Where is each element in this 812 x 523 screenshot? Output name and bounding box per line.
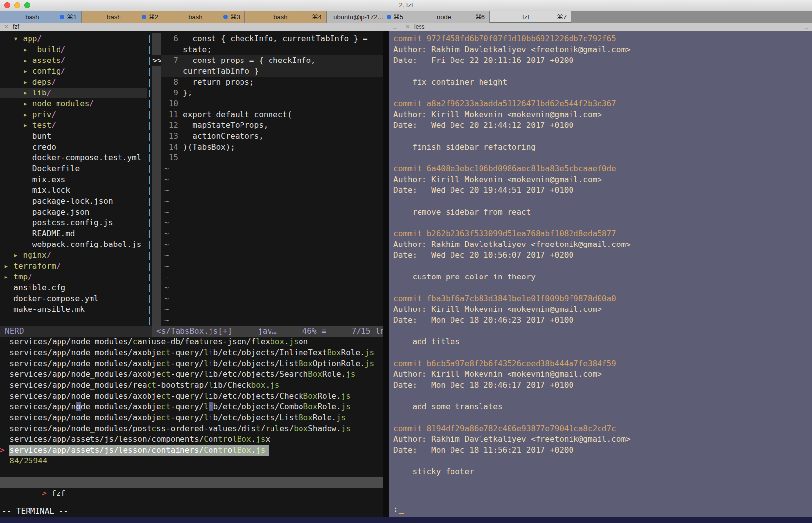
fzf-result[interactable]: services/app/node_modules/axobject-query…	[0, 358, 383, 369]
line-number: 12	[161, 120, 183, 131]
tree-item[interactable]: package.json	[0, 207, 147, 217]
vim-pane: ▾ app/ ▸ _build/ ▸ assets/ ▸ config/ ▸ d…	[0, 31, 383, 517]
tree-item[interactable]: mix.exs	[0, 174, 147, 185]
tab-shortcut: ⌘6	[475, 13, 485, 21]
separator-glyph: |	[147, 196, 152, 207]
terminal-tab[interactable]: bash ⌘3	[163, 11, 245, 23]
tree-item[interactable]: credo	[0, 142, 147, 153]
tree-item[interactable]: ▸ node_modules/	[0, 98, 147, 109]
tree-item[interactable]: ▾ app/	[0, 33, 147, 44]
code-line[interactable]: 14 )(TabsBox);	[152, 142, 383, 153]
fzf-pointer	[0, 401, 9, 412]
tree-item[interactable]: ▸ deps/	[0, 77, 147, 88]
code-line[interactable]: 11 export default connect(	[152, 109, 383, 120]
tree-item[interactable]: ansible.cfg	[0, 282, 147, 293]
vertical-split-separator[interactable]: |||||||||||||||||||||||||||	[147, 33, 152, 326]
fzf-query-input[interactable]: ./ctrlboxjs	[0, 466, 383, 477]
tree-item[interactable]: ▸ config/	[0, 66, 147, 77]
line-number: 9	[161, 88, 183, 98]
tree-item[interactable]: docker-compose.yml	[0, 293, 147, 304]
tree-item[interactable]: ▸ nginx/	[0, 250, 147, 261]
terminal-tab[interactable]: node ⌘6	[408, 11, 490, 23]
tree-item[interactable]: webpack.config.babel.js	[0, 239, 147, 250]
tree-item[interactable]: docker-compose.test.yml	[0, 153, 147, 163]
line-number: 8	[161, 77, 183, 88]
close-icon[interactable]: ✕	[4, 23, 9, 30]
statusline-arrow: >	[38, 489, 51, 498]
tree-item[interactable]: package-lock.json	[0, 196, 147, 207]
sign-column: >>	[152, 55, 161, 66]
sign-column	[152, 33, 161, 44]
fzf-result[interactable]: services/app/node_modules/axobject-query…	[0, 369, 383, 380]
hamburger-menu-icon[interactable]: ≡	[804, 23, 808, 31]
tree-item[interactable]: ▸ lib/	[0, 88, 147, 98]
sign-column	[152, 293, 161, 304]
code-line[interactable]: 13 actionCreators,	[152, 131, 383, 142]
git-log-line: Author: Kirill Mokevnin <mokevnin@gmail.…	[393, 369, 809, 380]
code-line[interactable]: currentTabInfo }	[152, 66, 383, 77]
tab-label: fzf	[495, 13, 557, 21]
fzf-result[interactable]: services/app/node_modules/postcss-ordere…	[0, 423, 383, 434]
terminal-content: ▾ app/ ▸ _build/ ▸ assets/ ▸ config/ ▸ d…	[0, 31, 812, 517]
code-line[interactable]: 15	[152, 153, 383, 163]
terminal-tab[interactable]: fzf ⌘7	[490, 11, 571, 23]
fzf-result[interactable]: services/app/node_modules/react-bootstra…	[0, 380, 383, 391]
git-log-line: commit b262b2363f533099d51ea768abf1082d8…	[393, 228, 809, 239]
empty-buffer-line: ~	[152, 217, 383, 228]
fzf-result[interactable]: services/app/assets/js/lesson/components…	[0, 434, 383, 445]
sign-column	[152, 250, 161, 261]
git-log-line: fix container height	[393, 77, 809, 88]
code-line[interactable]: 8 return props;	[152, 77, 383, 88]
tree-item[interactable]: ▸ test/	[0, 120, 147, 131]
pane-divider[interactable]	[383, 31, 389, 517]
git-log-line: sticky footer	[393, 466, 809, 477]
tree-item[interactable]: README.md	[0, 228, 147, 239]
line-number: 7	[161, 55, 183, 66]
separator-glyph: |	[147, 88, 152, 98]
fzf-result[interactable]: services/app/node_modules/axobject-query…	[0, 412, 383, 423]
sign-column	[152, 282, 161, 293]
code-line[interactable]: 10	[152, 98, 383, 109]
git-log-line: commit a8a2f96233a3adda51126471bd62e544f…	[393, 98, 809, 109]
git-log-line	[393, 456, 809, 466]
tree-item[interactable]: postcss.config.js	[0, 217, 147, 228]
fzf-result[interactable]: services/app/node_modules/axobject-query…	[0, 347, 383, 358]
tree-item[interactable]: mix.lock	[0, 185, 147, 196]
line-number: 6	[161, 33, 183, 44]
code-line[interactable]: 6 const { checkInfo, currentTabInfo } =	[152, 33, 383, 44]
tree-item[interactable]: ▸ tmp/	[0, 272, 147, 282]
close-icon[interactable]: ✕	[405, 23, 410, 30]
tree-item[interactable]: ▸ assets/	[0, 55, 147, 66]
code-line[interactable]: 12 mapStateToProps,	[152, 120, 383, 131]
fzf-result[interactable]: services/app/node_modules/caniuse-db/fea…	[0, 337, 383, 347]
pane-tab-less[interactable]: ✕ less ≡	[401, 23, 812, 31]
code-line[interactable]: state;	[152, 44, 383, 55]
less-prompt[interactable]: :	[393, 504, 404, 515]
tilde-glyph: ~	[161, 228, 169, 239]
code-line[interactable]: >> 7 const props = { checkInfo,	[152, 55, 383, 66]
tree-item[interactable]: ▸ _build/	[0, 44, 147, 55]
separator-glyph: |	[147, 98, 152, 109]
code-line[interactable]: 9 };	[152, 88, 383, 98]
fzf-result[interactable]: services/app/node_modules/axobject-query…	[0, 391, 383, 401]
fzf-result[interactable]: > services/app/assets/js/lesson/containe…	[0, 445, 383, 456]
terminal-tab[interactable]: bash ⌘2	[82, 11, 163, 23]
fzf-result[interactable]: services/app/node_modules/axobject-query…	[0, 401, 383, 412]
code-text: mapStateToProps,	[183, 120, 268, 131]
pane-tab-label: less	[414, 23, 424, 30]
tab-shortcut: ⌘1	[67, 13, 77, 21]
pane-tab-fzf[interactable]: ✕ fzf ≡	[0, 23, 401, 31]
tree-item[interactable]: bunt	[0, 131, 147, 142]
terminal-tab[interactable]: ubuntu@ip-172… ⌘5	[327, 11, 408, 23]
code-text: export default connect(	[183, 109, 292, 120]
tree-item[interactable]: ▸ priv/	[0, 109, 147, 120]
empty-buffer-line: ~	[152, 315, 383, 326]
tree-item[interactable]: make-ansible.mk	[0, 304, 147, 315]
hamburger-menu-icon[interactable]: ≡	[393, 23, 397, 31]
tree-item[interactable]: Dockerfile	[0, 163, 147, 174]
tree-item[interactable]: ▸ terraform/	[0, 261, 147, 272]
fzf-pointer	[0, 423, 9, 434]
terminal-tab[interactable]: bash ⌘4	[245, 11, 327, 23]
terminal-tab[interactable]: bash ⌘1	[0, 11, 82, 23]
sign-column	[152, 142, 161, 153]
